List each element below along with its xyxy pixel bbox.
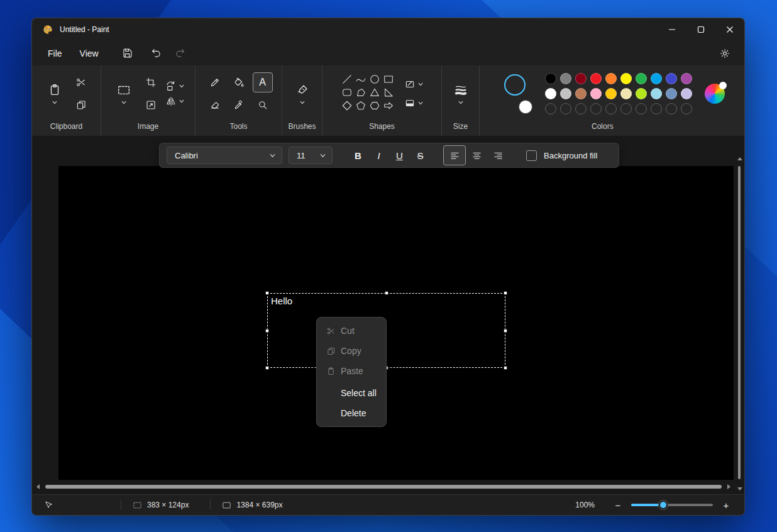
color1-swatch[interactable] [504, 74, 526, 96]
resize-button[interactable] [141, 96, 160, 114]
custom-color-slot[interactable] [575, 103, 587, 114]
save-button[interactable] [117, 44, 138, 63]
context-menu-item-delete[interactable]: Delete [317, 403, 386, 423]
vertical-scrollbar-thumb[interactable] [738, 166, 741, 479]
minimize-button[interactable] [658, 18, 686, 41]
close-button[interactable] [715, 18, 744, 41]
crop-button[interactable] [141, 73, 160, 92]
color-swatch[interactable] [666, 88, 677, 99]
shape-right-arrow-icon[interactable] [383, 100, 394, 114]
edit-colors-button[interactable] [705, 84, 725, 104]
zoom-out-button[interactable]: − [611, 498, 625, 512]
vertical-scrollbar[interactable] [736, 156, 744, 492]
shape-polygon-icon[interactable] [355, 87, 366, 101]
color2-swatch[interactable] [497, 100, 532, 114]
shape-fill-button[interactable] [404, 97, 424, 109]
rotate-button[interactable] [165, 80, 185, 92]
selection-handle[interactable] [504, 366, 507, 370]
color-swatch[interactable] [605, 73, 617, 84]
menu-view[interactable]: View [72, 45, 107, 62]
context-menu-item-copy[interactable]: Copy [317, 341, 386, 361]
flip-button[interactable] [165, 96, 185, 107]
shape-line-icon[interactable] [341, 74, 353, 87]
custom-color-slot[interactable] [681, 103, 692, 114]
font-size-select[interactable]: 11 [289, 147, 333, 164]
color-swatch[interactable] [651, 73, 662, 84]
cut-button[interactable] [72, 73, 91, 92]
color-swatch[interactable] [620, 88, 632, 99]
custom-color-slot[interactable] [590, 103, 602, 114]
align-left-button[interactable] [443, 145, 466, 165]
strikethrough-button[interactable]: S [410, 147, 431, 164]
undo-button[interactable] [146, 44, 167, 63]
context-menu-item-cut[interactable]: Cut [317, 321, 386, 341]
color-swatch[interactable] [636, 73, 647, 84]
context-menu-item-paste[interactable]: Paste [317, 361, 386, 381]
size-button[interactable] [449, 80, 473, 108]
color-swatch[interactable] [636, 88, 647, 99]
selection-handle[interactable] [385, 291, 389, 295]
color-swatch[interactable] [590, 88, 602, 99]
brushes-button[interactable] [290, 80, 314, 108]
scroll-up-arrow[interactable] [737, 157, 742, 160]
underline-button[interactable]: U [389, 147, 410, 164]
shape-pentagon-icon[interactable] [355, 100, 366, 114]
shape-hexagon-icon[interactable] [369, 100, 380, 114]
horizontal-scrollbar-thumb[interactable] [45, 485, 722, 489]
settings-button[interactable] [714, 44, 736, 63]
shape-curve-icon[interactable] [355, 74, 366, 87]
color-swatch[interactable] [666, 73, 677, 84]
canvas[interactable]: Hello [58, 166, 734, 480]
color-swatch[interactable] [575, 88, 587, 99]
custom-color-slot[interactable] [651, 103, 662, 114]
color-swatch[interactable] [651, 88, 662, 99]
color-swatch[interactable] [545, 88, 556, 99]
selection-handle[interactable] [265, 366, 269, 370]
align-center-button[interactable] [466, 146, 487, 165]
copy-button[interactable] [72, 96, 91, 114]
color-swatch[interactable] [545, 73, 556, 84]
menu-file[interactable]: File [40, 45, 70, 62]
canvas-text[interactable]: Hello [271, 296, 292, 306]
background-fill-toggle[interactable]: Background fill [526, 150, 597, 161]
selection-handle[interactable] [265, 291, 269, 295]
bold-button[interactable]: B [348, 147, 368, 164]
color-swatch[interactable] [605, 88, 617, 99]
selection-handle[interactable] [504, 291, 507, 295]
shape-outline-button[interactable] [404, 79, 424, 90]
shape-rounded-rectangle-icon[interactable] [341, 87, 353, 101]
selection-handle[interactable] [504, 329, 507, 333]
horizontal-scrollbar[interactable] [36, 482, 730, 490]
color-swatch[interactable] [560, 73, 571, 84]
scroll-down-arrow[interactable] [737, 487, 742, 490]
text-tool-button[interactable]: A [253, 72, 273, 92]
color-swatch[interactable] [620, 73, 632, 84]
selection-handle[interactable] [265, 329, 269, 333]
align-right-button[interactable] [487, 146, 509, 165]
color-swatch[interactable] [681, 88, 692, 99]
maximize-button[interactable] [686, 18, 715, 41]
color-swatch[interactable] [560, 88, 571, 99]
shape-triangle-icon[interactable] [369, 87, 380, 101]
zoom-slider-thumb[interactable] [659, 501, 668, 509]
shape-oval-icon[interactable] [369, 74, 380, 87]
color-swatch[interactable] [590, 73, 602, 84]
pencil-tool-button[interactable] [206, 73, 224, 92]
custom-color-slot[interactable] [666, 103, 677, 114]
select-button[interactable] [111, 80, 136, 108]
color-swatch[interactable] [681, 73, 692, 84]
zoom-slider[interactable] [631, 498, 713, 512]
italic-button[interactable]: I [368, 147, 389, 164]
custom-color-slot[interactable] [560, 103, 571, 114]
color-picker-tool-button[interactable] [229, 96, 248, 114]
context-menu-item-select-all[interactable]: Select all [317, 383, 386, 403]
color-swatch[interactable] [575, 73, 587, 84]
shape-rectangle-icon[interactable] [383, 74, 394, 87]
redo-button[interactable] [170, 44, 191, 63]
custom-color-slot[interactable] [605, 103, 617, 114]
fill-tool-button[interactable] [229, 73, 248, 92]
magnifier-tool-button[interactable] [253, 96, 272, 114]
custom-color-slot[interactable] [620, 103, 632, 114]
font-family-select[interactable]: Calibri [167, 147, 282, 164]
scroll-right-arrow[interactable] [727, 484, 730, 489]
